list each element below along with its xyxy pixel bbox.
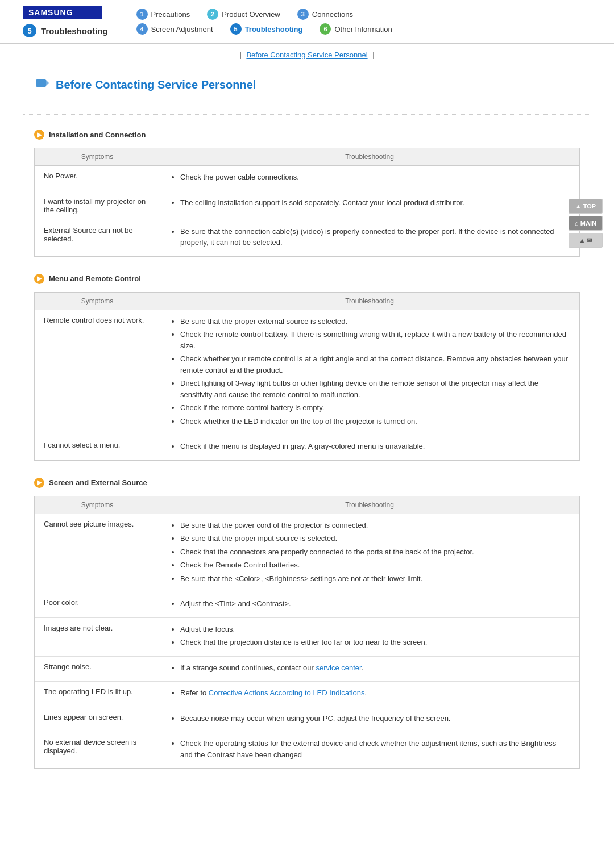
nav-label-3: Connections <box>312 10 353 19</box>
list-item: Be sure that the proper external source … <box>180 316 570 327</box>
col-header-symptoms-1: Symptoms <box>35 148 160 166</box>
screen-table: Symptoms Troubleshooting Cannot see pict… <box>34 496 580 769</box>
nav-num-4: 4 <box>136 23 148 35</box>
nav-section: 1 Precautions 2 Product Overview 3 Conne… <box>136 9 592 35</box>
nav-label-6: Other Information <box>334 25 392 34</box>
nav-label-1: Precautions <box>151 10 190 19</box>
troubleshooting-cell: Because noise may occur when using your … <box>160 707 579 732</box>
symptom-cell: Images are not clear. <box>35 617 160 656</box>
nav-num-3: 3 <box>297 9 309 20</box>
list-item: Check the remote control battery. If the… <box>180 329 570 351</box>
section-bullet-2: ▶ <box>34 274 44 284</box>
section-title-3: Screen and External Source <box>49 478 147 487</box>
troubleshooting-cell: Be sure that the proper external source … <box>160 310 579 435</box>
table-row: Cannot see picture images. Be sure that … <box>35 514 579 592</box>
nav-label-5: Troubleshooting <box>245 25 303 34</box>
list-item: Be sure that the power cord of the proje… <box>180 520 570 531</box>
nav-item-connections[interactable]: 3 Connections <box>297 9 353 20</box>
nav-num-2: 2 <box>207 9 218 20</box>
nav-item-product-overview[interactable]: 2 Product Overview <box>207 9 280 20</box>
nav-item-precautions[interactable]: 1 Precautions <box>136 9 190 20</box>
list-item: The ceiling installation support is sold… <box>180 197 570 208</box>
installation-table: Symptoms Troubleshooting No Power. Check… <box>34 148 580 257</box>
nav-item-screen-adjustment[interactable]: 4 Screen Adjustment <box>136 23 213 35</box>
corrective-actions-link[interactable]: Corrective Actions According to LED Indi… <box>209 688 365 697</box>
table-row: No Power. Check the power cable connecti… <box>35 166 579 191</box>
col-header-troubleshooting-3: Troubleshooting <box>160 496 579 514</box>
section-menu-header: ▶ Menu and Remote Control <box>0 270 614 287</box>
list-item: Check if the remote control battery is e… <box>180 402 570 414</box>
list-item: Check the power cable connections. <box>180 172 570 183</box>
symptom-cell: Strange noise. <box>35 656 160 682</box>
col-header-symptoms-3: Symptoms <box>35 496 160 514</box>
table-row: The operating LED is lit up. Refer to Co… <box>35 682 579 707</box>
list-item: Direct lighting of 3-way light bulbs or … <box>180 378 570 400</box>
troubleshooting-cell: Be sure that the power cord of the proje… <box>160 514 579 592</box>
nav-label-4: Screen Adjustment <box>151 25 213 34</box>
top-button[interactable]: ▲ TOP <box>569 199 603 214</box>
troubleshooting-cell: The ceiling installation support is sold… <box>160 191 579 220</box>
breadcrumb: | Before Contacting Service Personnel | <box>0 44 614 66</box>
troubleshooting-cell: Check the operating status for the exter… <box>160 732 579 769</box>
table-row: Lines appear on screen. Because noise ma… <box>35 707 579 732</box>
symptom-cell: No Power. <box>35 166 160 191</box>
breadcrumb-separator-right: | <box>372 51 374 59</box>
list-item: Check if the menu is displayed in gray. … <box>180 441 570 452</box>
section-screen-header: ▶ Screen and External Source <box>0 474 614 491</box>
symptom-cell: Remote control does not work. <box>35 310 160 435</box>
section-bullet-3: ▶ <box>34 478 44 488</box>
section-installation-header: ▶ Installation and Connection <box>0 126 614 143</box>
table-row: Poor color. Adjust the <Tint> and <Contr… <box>35 592 579 618</box>
list-item: Adjust the <Tint> and <Contrast>. <box>180 598 570 610</box>
page-title-icon <box>34 77 50 93</box>
section-bullet-1: ▶ <box>34 130 44 140</box>
troubleshooting-cell: Check if the menu is displayed in gray. … <box>160 435 579 460</box>
nav-item-troubleshooting[interactable]: 5 Troubleshooting <box>230 23 303 35</box>
svg-rect-0 <box>36 79 46 87</box>
header: SAMSUNG 5 Troubleshooting 1 Precautions … <box>0 0 614 44</box>
col-header-troubleshooting-2: Troubleshooting <box>160 293 579 310</box>
list-item: Check whether the LED indicator on the t… <box>180 416 570 427</box>
list-item: Check whether your remote control is at … <box>180 353 570 375</box>
symptom-cell: The operating LED is lit up. <box>35 682 160 707</box>
list-item: Adjust the focus. <box>180 624 570 635</box>
troubleshooting-cell: Adjust the focus. Check that the project… <box>160 617 579 656</box>
breadcrumb-link[interactable]: Before Contacting Service Personnel <box>246 51 367 59</box>
list-item: Refer to Corrective Actions According to… <box>180 687 570 699</box>
table-row: External Source can not be selected. Be … <box>35 220 579 256</box>
samsung-logo: SAMSUNG <box>23 6 102 19</box>
section-title-2: Menu and Remote Control <box>49 274 141 283</box>
separator-1 <box>23 114 591 115</box>
troubleshooting-cell: If a strange sound continues, contact ou… <box>160 656 579 682</box>
symptom-cell: Poor color. <box>35 592 160 618</box>
table-row: Images are not clear. Adjust the focus. … <box>35 617 579 656</box>
up-email-button[interactable]: ▲ ✉ <box>569 233 603 248</box>
troubleshooting-cell: Refer to Corrective Actions According to… <box>160 682 579 707</box>
list-item: Check that the projection distance is ei… <box>180 637 570 648</box>
col-header-troubleshooting-1: Troubleshooting <box>160 148 579 166</box>
nav-num-1: 1 <box>136 9 148 20</box>
list-item: Check the operating status for the exter… <box>180 738 570 760</box>
list-item: Check the Remote Control batteries. <box>180 560 570 571</box>
main-button[interactable]: ⌂ MAIN <box>569 216 603 231</box>
page-title: Before Contacting Service Personnel <box>56 78 256 91</box>
table-row: I cannot select a menu. Check if the men… <box>35 435 579 460</box>
table-row: Strange noise. If a strange sound contin… <box>35 656 579 682</box>
breadcrumb-separator-left: | <box>239 51 241 59</box>
symptom-cell: Lines appear on screen. <box>35 707 160 732</box>
table-row: Remote control does not work. Be sure th… <box>35 310 579 435</box>
list-item: Be sure that the connection cable(s) (vi… <box>180 226 570 248</box>
service-center-link[interactable]: service center <box>316 663 361 672</box>
symptom-cell: No external device screen is displayed. <box>35 732 160 769</box>
page-title-section: Before Contacting Service Personnel <box>0 66 614 103</box>
nav-label-2: Product Overview <box>222 10 280 19</box>
symptom-cell: I want to install my projector on the ce… <box>35 191 160 220</box>
sidebar-num: 5 <box>23 24 36 37</box>
sidebar-label: Troubleshooting <box>41 26 108 36</box>
menu-table: Symptoms Troubleshooting Remote control … <box>34 292 580 461</box>
troubleshooting-cell: Adjust the <Tint> and <Contrast>. <box>160 592 579 618</box>
list-item: Be sure that the proper input source is … <box>180 533 570 544</box>
list-item: Check that the connectors are properly c… <box>180 546 570 558</box>
nav-item-other-information[interactable]: 6 Other Information <box>320 23 392 35</box>
table-row: I want to install my projector on the ce… <box>35 191 579 220</box>
